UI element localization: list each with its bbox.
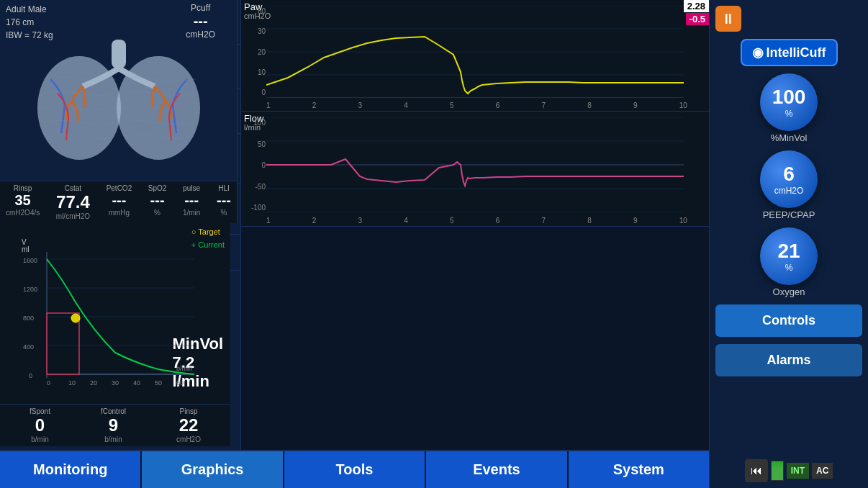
bottom-nav: Monitoring Graphics Tools Events System <box>0 450 709 488</box>
stat-fspont: fSpont 0 b/min <box>30 407 50 443</box>
vf-curve-svg: V ml 1600 1200 800 400 0 0 10 20 30 40 5… <box>22 238 194 403</box>
intelli-cuff-button[interactable]: ◉ IntelliCuff <box>741 39 838 66</box>
peep-control: 6 cmH2O PEEP/CPAP <box>760 150 818 220</box>
svg-text:b/min: b/min <box>176 365 192 372</box>
cstat-unit: ml/cmH2O <box>56 212 90 220</box>
pcuff-value: --- <box>186 13 215 30</box>
oxygen-btn-unit: % <box>785 263 793 273</box>
petco2-value: --- <box>107 192 132 209</box>
svg-text:400: 400 <box>23 343 34 351</box>
flow-svg <box>266 117 684 212</box>
top-icons: ⏸ <box>715 6 862 32</box>
oxygen-button[interactable]: 21 % <box>760 227 818 285</box>
hli-unit: % <box>217 209 231 217</box>
nav-graphics[interactable]: Graphics <box>142 451 284 488</box>
stat-fcontrol: fControl 9 b/min <box>101 407 126 443</box>
minvol-control: 100 % %MinVol <box>760 73 818 143</box>
lung-illustration <box>22 36 216 166</box>
spo2-stat-unit: % <box>148 209 167 217</box>
graph-legend: ○ Target + Current <box>191 226 225 251</box>
svg-text:10: 10 <box>68 379 76 387</box>
cstat-label: Cstat <box>56 184 90 192</box>
oxygen-btn-value: 21 <box>777 240 800 263</box>
svg-text:ml: ml <box>22 245 30 253</box>
peep-btn-value: 6 <box>783 163 795 186</box>
svg-text:20: 20 <box>90 379 97 387</box>
svg-text:50: 50 <box>155 379 162 387</box>
hli-label: HLI <box>217 184 231 192</box>
ac-status: AC <box>812 463 833 479</box>
pinsp-label: Pinsp <box>176 407 201 415</box>
intelli-cuff-icon: ◉ <box>752 45 764 60</box>
stat-spo2: SpO2 --- % <box>148 184 167 220</box>
rinsp-label: Rinsp <box>6 184 40 192</box>
paw-chart: Paw cmH2O 2.28 -0.5 60 30 20 10 0 1 2 3 <box>241 0 709 112</box>
nav-tools[interactable]: Tools <box>284 451 426 488</box>
fspont-unit: b/min <box>30 435 50 443</box>
pinsp-value: 22 <box>176 415 201 435</box>
stat-pinsp: Pinsp 22 cmH2O <box>176 407 201 443</box>
flow-chart: Flow l/min 100 50 0 -50 -100 1 2 3 4 <box>241 112 709 227</box>
svg-text:1200: 1200 <box>23 286 37 293</box>
pause-icon[interactable]: ⏸ <box>715 6 741 32</box>
patient-sex-height: Adult Male <box>6 3 53 16</box>
lung-bottom-stats: Rinsp 35 cmH2O4/s Cstat 77.4 ml/cmH2O Pe… <box>0 181 237 223</box>
pcuff-label: Pcuff <box>186 3 215 13</box>
fcontrol-value: 9 <box>101 415 126 435</box>
oxygen-control: 21 % Oxygen <box>760 227 818 297</box>
graph-bottom-stats: fSpont 0 b/min fControl 9 b/min Pinsp 22… <box>0 404 230 446</box>
stat-rinsp: Rinsp 35 cmH2O4/s <box>6 184 40 220</box>
fcontrol-label: fControl <box>101 407 126 415</box>
rewind-button[interactable]: ⏮ <box>745 459 768 482</box>
pcuff-info: Pcuff --- cmH2O <box>186 3 215 40</box>
right-panel: ⏸ ◉ IntelliCuff 100 % %MinVol 6 cmH2O PE… <box>709 0 868 488</box>
peep-btn-label: PEEP/CPAP <box>763 209 815 220</box>
fspont-label: fSpont <box>30 407 50 415</box>
stat-petco2: PetCO2 --- mmHg <box>107 184 132 220</box>
svg-text:1600: 1600 <box>23 257 37 264</box>
controls-button[interactable]: Controls <box>715 304 862 337</box>
svg-text:40: 40 <box>133 379 140 387</box>
fspont-value: 0 <box>30 415 50 435</box>
minvol-button[interactable]: 100 % <box>760 73 818 131</box>
patient-height: 176 cm <box>6 16 53 29</box>
peep-button[interactable]: 6 cmH2O <box>760 150 818 208</box>
rinsp-value: 35 <box>6 192 40 209</box>
svg-text:0: 0 <box>47 379 50 387</box>
graph-panel: ○ Target + Current MinVol 7.2 l/min V ml… <box>0 223 230 446</box>
svg-text:0: 0 <box>29 372 32 379</box>
hli-value: --- <box>217 192 231 209</box>
nav-events[interactable]: Events <box>426 451 568 488</box>
pulse-label: pulse <box>183 184 200 192</box>
int-status: INT <box>787 463 809 479</box>
paw-value-badge: 2.28 <box>684 0 709 12</box>
cstat-value: 77.4 <box>56 192 90 212</box>
battery-indicator <box>771 461 784 481</box>
paw-svg <box>266 6 684 98</box>
petco2-unit: mmHg <box>107 209 132 217</box>
nav-system[interactable]: System <box>569 451 709 488</box>
minvol-btn-unit: % <box>785 109 793 119</box>
minvol-btn-label: %MinVol <box>771 132 808 143</box>
svg-text:800: 800 <box>23 315 34 322</box>
legend-current: + Current <box>191 239 225 252</box>
peep-btn-unit: cmH2O <box>774 186 804 196</box>
svg-text:30: 30 <box>112 379 119 387</box>
waveform-area: Paw cmH2O 2.28 -0.5 60 30 20 10 0 1 2 3 <box>241 0 709 227</box>
pinsp-unit: cmH2O <box>176 435 201 443</box>
fcontrol-unit: b/min <box>101 435 126 443</box>
lung-panel: Adult Male 176 cm IBW = 72 kg Pcuff --- … <box>0 0 238 223</box>
pulse-unit: 1/min <box>183 209 200 217</box>
bottom-status: ⏮ INT AC <box>745 459 833 482</box>
alarms-button[interactable]: Alarms <box>715 344 862 376</box>
pulse-value: --- <box>183 192 200 209</box>
spo2-stat-value: --- <box>148 192 167 209</box>
minvol-btn-value: 100 <box>772 86 806 109</box>
svg-point-36 <box>71 314 80 322</box>
legend-target: ○ Target <box>191 226 225 239</box>
stat-hli: HLI --- % <box>217 184 231 220</box>
stat-cstat: Cstat 77.4 ml/cmH2O <box>56 184 90 220</box>
nav-monitoring[interactable]: Monitoring <box>0 451 142 488</box>
rinsp-unit: cmH2O4/s <box>6 209 40 217</box>
svg-rect-12 <box>112 40 126 68</box>
